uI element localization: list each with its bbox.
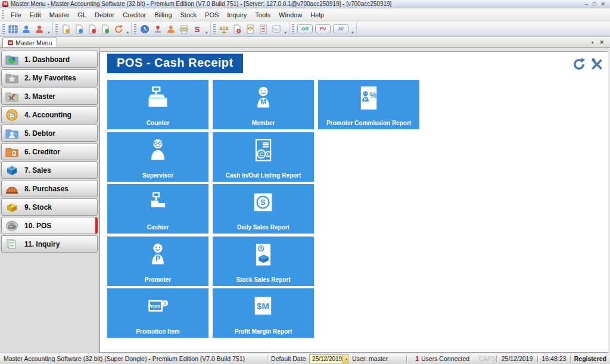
toolbar-overflow-icon[interactable]: ▾ (125, 30, 131, 35)
doc-green-icon[interactable] (99, 23, 112, 36)
member-blue-icon[interactable] (20, 23, 33, 36)
menu-edit[interactable]: Edit (26, 10, 45, 20)
toolbar-overflow-icon[interactable]: ▾ (204, 30, 210, 35)
status-date: 25/12/2019 (497, 353, 537, 364)
toolbar-overflow-icon[interactable]: ▾ (46, 30, 52, 35)
status-users-connected: 1 Users Connected (407, 353, 478, 364)
menu-gl[interactable]: GL (73, 10, 91, 20)
sidebar-item-purchases[interactable]: 8. Purchases (1, 180, 98, 197)
menu-creditor[interactable]: Creditor (119, 10, 150, 20)
table-grid-icon[interactable] (7, 23, 20, 36)
tab-close-icon[interactable]: ✕ (599, 39, 604, 45)
printer-icon[interactable] (178, 23, 191, 36)
sidebar-item-label: 7. Sales (24, 166, 51, 175)
refresh-icon[interactable] (572, 58, 586, 73)
tile-counter[interactable]: Counter (107, 80, 208, 129)
sidebar-item-sales[interactable]: 7. Sales (1, 161, 98, 179)
sidebar-item-master[interactable]: 3. Master (1, 88, 98, 105)
menu-debtor[interactable]: Debtor (91, 10, 119, 20)
doc-yellow-icon[interactable] (60, 23, 73, 36)
svg-text:$: $ (238, 29, 239, 33)
default-date-label: Default Date (267, 353, 309, 364)
tile-promoter[interactable]: P Promoter (107, 237, 208, 286)
tab-master-menu[interactable]: M Master Menu (2, 38, 57, 47)
scales-icon[interactable] (244, 23, 257, 36)
toolbar-grip[interactable] (2, 24, 5, 34)
menubar-grip[interactable] (2, 10, 4, 20)
title-bar: M Master Menu - Master Accounting Softwa… (0, 0, 610, 8)
toolbar-grip[interactable] (292, 24, 294, 34)
sales-s-icon[interactable]: S (191, 23, 204, 36)
sidebar-item-pos[interactable]: 10. POS (1, 217, 98, 234)
toolbar-overflow-icon[interactable]: ▾ (283, 30, 289, 35)
joystick-icon[interactable] (151, 23, 164, 36)
pv-voucher-button[interactable]: PV (315, 24, 331, 33)
close-icon[interactable]: ✕ (600, 1, 605, 7)
toolbar-grip[interactable] (55, 24, 58, 34)
toolbar-grip[interactable] (213, 24, 216, 34)
tile-promoter-commission-report[interactable]: P% Promoter Commission Report (318, 80, 419, 129)
tile-profit-margin-report[interactable]: $M Profit Margin Report (213, 288, 314, 338)
svg-text:Promo: Promo (148, 304, 163, 309)
inquiry-sheets-icon (5, 238, 19, 250)
menu-billing[interactable]: Billing (150, 10, 176, 20)
invoice-lines-icon[interactable] (257, 23, 270, 36)
day-end-icon[interactable]: Day (270, 23, 283, 36)
or-voucher-button[interactable]: OR (297, 24, 313, 33)
promoter-person-icon: P (145, 242, 171, 268)
minimize-icon[interactable]: – (585, 1, 588, 7)
doc-red-icon[interactable] (86, 23, 99, 36)
sidebar-item-debtor[interactable]: 5. Debtor (1, 125, 98, 142)
maximize-icon[interactable]: □ (593, 1, 596, 7)
accounting-calculator-icon (5, 109, 19, 121)
toolbar-overflow-icon[interactable]: ▾ (350, 30, 356, 35)
supervisor-red-icon[interactable] (33, 23, 46, 36)
menu-master[interactable]: Master (45, 10, 74, 20)
master-tools-folder-icon (5, 91, 19, 102)
creditor-folder-icon (5, 146, 19, 158)
menu-stock[interactable]: Stock (176, 10, 201, 20)
tools-icon[interactable] (590, 58, 603, 73)
svg-text:C: C (267, 152, 270, 156)
sidebar-item-creditor[interactable]: 6. Creditor (1, 143, 98, 160)
doc-blue-icon[interactable] (73, 23, 86, 36)
license-status: Registered (571, 353, 610, 364)
menu-pos[interactable]: POS (201, 10, 223, 20)
tile-cash-in-out-listing-report[interactable]: CC Cash In/Out Listing Report (213, 132, 314, 182)
sidebar-item-my-favorites[interactable]: 2. My Favorites (1, 69, 98, 86)
menu-window[interactable]: Window (275, 10, 306, 20)
menu-tools[interactable]: Tools (251, 10, 275, 20)
tile-label: Counter (107, 120, 208, 126)
menu-help[interactable]: Help (306, 10, 328, 20)
refresh-icon[interactable] (112, 23, 125, 36)
sidebar-item-dashboard[interactable]: 1. Dashboard (1, 51, 98, 68)
sidebar-item-label: 8. Purchases (24, 185, 69, 193)
tile-supervisor[interactable]: Supervisor (107, 132, 208, 182)
scales-gold-icon[interactable] (217, 23, 231, 36)
toolbar: ▾ ▾ S ▾ $ Day ▾ OR PV JV ▾ (0, 21, 610, 37)
menu-file[interactable]: File (7, 10, 26, 20)
clock-globe-icon[interactable] (138, 23, 151, 36)
sidebar-item-accounting[interactable]: 4. Accounting (1, 106, 98, 123)
tile-daily-sales-report[interactable]: S Daily Sales Report (213, 184, 314, 234)
svg-text:$M: $M (257, 301, 269, 311)
sidebar-item-stock[interactable]: 9. Stock (1, 198, 98, 216)
svg-text:P: P (364, 97, 367, 102)
date-dropdown-icon[interactable]: ▾ (342, 355, 348, 363)
default-date-value: 25/12/2019 (310, 356, 342, 362)
default-date-input[interactable]: 25/12/2019 ▾ (309, 354, 348, 363)
person-orange-icon[interactable] (164, 23, 178, 36)
tile-label: Cash In/Out Listing Report (213, 172, 314, 179)
tile-member[interactable]: M Member (213, 80, 314, 129)
toolbar-grip[interactable] (134, 24, 136, 34)
tile-promotion-item[interactable]: Promoi Promotion Item (107, 288, 208, 338)
menu-inquiry[interactable]: Inquiry (223, 10, 251, 20)
tile-label: Promoter (107, 276, 208, 283)
doc-dollar-icon[interactable]: $ (231, 23, 244, 36)
tile-cashier[interactable]: Cashier (107, 184, 208, 234)
tab-list-dropdown-icon[interactable]: ▾ (591, 40, 593, 45)
sidebar-item-label: 2. My Favorites (24, 74, 76, 82)
tile-stock-sales-report[interactable]: S Stock Sales Report (213, 237, 314, 286)
jv-voucher-button[interactable]: JV (333, 24, 348, 33)
sidebar-item-inquiry[interactable]: 11. Inquiry (1, 235, 98, 253)
